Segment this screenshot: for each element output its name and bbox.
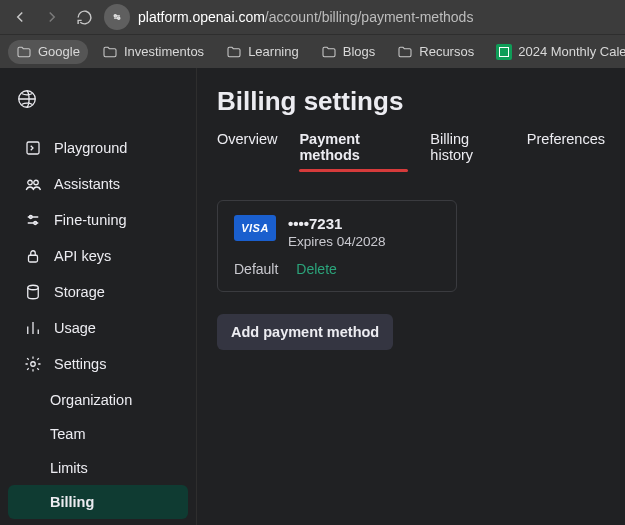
back-button[interactable] — [8, 5, 32, 29]
app-frame: Playground Assistants Fine-tuning API ke… — [0, 68, 625, 525]
sidebar-item-label: Fine-tuning — [54, 212, 127, 228]
lock-icon — [24, 247, 42, 265]
sidebar-item-label: API keys — [54, 248, 111, 264]
bookmark-label: 2024 Monthly Calen... — [518, 44, 625, 59]
tab-overview[interactable]: Overview — [217, 131, 277, 171]
sidebar-item-label: Storage — [54, 284, 105, 300]
sidebar-item-storage[interactable]: Storage — [8, 275, 188, 309]
finetune-icon — [24, 211, 42, 229]
sidebar-sub-profile[interactable]: Profile — [8, 519, 188, 525]
playground-icon — [24, 139, 42, 157]
card-default-label: Default — [234, 261, 278, 277]
bookmark-google[interactable]: Google — [8, 40, 88, 64]
bookmark-label: Google — [38, 44, 80, 59]
tab-payment-methods[interactable]: Payment methods — [299, 131, 408, 171]
page-title: Billing settings — [217, 86, 605, 117]
sidebar-item-apikeys[interactable]: API keys — [8, 239, 188, 273]
sidebar-item-label: Settings — [54, 356, 106, 372]
reload-button[interactable] — [72, 5, 96, 29]
sidebar-sub-organization[interactable]: Organization — [8, 383, 188, 417]
bookmark-blogs[interactable]: Blogs — [313, 40, 384, 64]
sidebar-item-playground[interactable]: Playground — [8, 131, 188, 165]
sheets-icon — [496, 44, 512, 60]
bookmark-investimentos[interactable]: Investimentos — [94, 40, 212, 64]
sidebar-item-finetuning[interactable]: Fine-tuning — [8, 203, 188, 237]
card-number-masked: ••••7231 — [288, 215, 386, 232]
sidebar-item-settings[interactable]: Settings — [8, 347, 188, 381]
sidebar-sub-label: Team — [50, 426, 85, 442]
billing-tabs: Overview Payment methods Billing history… — [217, 131, 605, 172]
sidebar-sub-billing[interactable]: Billing — [8, 485, 188, 519]
sidebar-sub-team[interactable]: Team — [8, 417, 188, 451]
forward-button[interactable] — [40, 5, 64, 29]
browser-toolbar: platform.openai.com/account/billing/paym… — [0, 0, 625, 34]
tab-billing-history[interactable]: Billing history — [430, 131, 504, 171]
sidebar-item-label: Playground — [54, 140, 127, 156]
card-brand-badge: VISA — [234, 215, 276, 241]
svg-point-9 — [28, 285, 39, 290]
card-expiry: Expires 04/2028 — [288, 234, 386, 249]
tab-label: Payment methods — [299, 131, 359, 163]
sidebar-item-usage[interactable]: Usage — [8, 311, 188, 345]
bookmark-label: Recursos — [419, 44, 474, 59]
tab-preferences[interactable]: Preferences — [527, 131, 605, 171]
bookmark-label: Blogs — [343, 44, 376, 59]
sidebar-sub-label: Organization — [50, 392, 132, 408]
bookmark-label: Investimentos — [124, 44, 204, 59]
sidebar-sub-label: Billing — [50, 494, 94, 510]
sidebar-item-label: Usage — [54, 320, 96, 336]
svg-point-4 — [28, 180, 33, 185]
sidebar-item-assistants[interactable]: Assistants — [8, 167, 188, 201]
bookmark-label: Learning — [248, 44, 299, 59]
sidebar: Playground Assistants Fine-tuning API ke… — [0, 68, 197, 525]
gear-icon — [24, 355, 42, 373]
usage-icon — [24, 319, 42, 337]
assistants-icon — [24, 175, 42, 193]
bookmark-calendar[interactable]: 2024 Monthly Calen... — [488, 40, 625, 64]
svg-point-10 — [31, 362, 36, 367]
url-path: /account/billing/payment-methods — [265, 9, 474, 25]
tab-label: Billing history — [430, 131, 473, 163]
sidebar-item-label: Assistants — [54, 176, 120, 192]
bookmark-recursos[interactable]: Recursos — [389, 40, 482, 64]
svg-point-5 — [34, 180, 39, 185]
tab-label: Overview — [217, 131, 277, 147]
card-delete-link[interactable]: Delete — [296, 261, 336, 277]
svg-rect-8 — [29, 255, 38, 262]
sidebar-sub-label: Limits — [50, 460, 88, 476]
main-content: Billing settings Overview Payment method… — [197, 68, 625, 525]
url-host: platform.openai.com — [138, 9, 265, 25]
bookmark-learning[interactable]: Learning — [218, 40, 307, 64]
sidebar-sub-limits[interactable]: Limits — [8, 451, 188, 485]
payment-method-card: VISA ••••7231 Expires 04/2028 Default De… — [217, 200, 457, 292]
site-settings-icon[interactable] — [104, 4, 130, 30]
storage-icon — [24, 283, 42, 301]
bookmarks-bar: Google Investimentos Learning Blogs Recu… — [0, 34, 625, 68]
openai-logo[interactable] — [0, 82, 196, 131]
tab-label: Preferences — [527, 131, 605, 147]
add-payment-method-button[interactable]: Add payment method — [217, 314, 393, 350]
address-bar[interactable]: platform.openai.com/account/billing/paym… — [138, 9, 473, 25]
